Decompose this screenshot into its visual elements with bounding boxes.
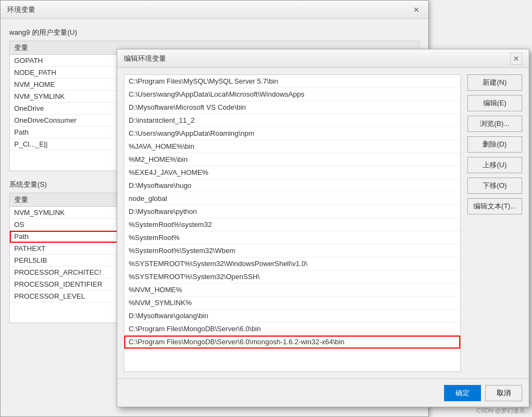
list-item[interactable]: D:\Mysoftware\hugo	[124, 179, 460, 192]
outer-dialog-titlebar: 环境变量 ✕	[1, 1, 428, 19]
move-down-button[interactable]: 下移(O)	[467, 178, 522, 194]
edit-button[interactable]: 编辑(E)	[467, 95, 522, 111]
outer-close-button[interactable]: ✕	[411, 4, 422, 15]
list-item[interactable]: C:\Program Files\MySQL\MySQL Server 5.7\…	[124, 75, 460, 88]
list-item[interactable]: %SYSTEMROOT%\System32\OpenSSH\	[124, 270, 460, 283]
inner-dialog-title-text: 编辑环境变量	[124, 54, 166, 64]
user-vars-label: wang9 的用户变量(U)	[9, 28, 420, 37]
path-list: C:\Program Files\MySQL\MySQL Server 5.7\…	[124, 75, 460, 349]
confirm-button[interactable]: 确定	[444, 385, 481, 401]
inner-dialog-body: C:\Program Files\MySQL\MySQL Server 5.7\…	[117, 68, 529, 378]
list-item[interactable]: %NVM_HOME%	[124, 283, 460, 296]
cancel-button[interactable]: 取消	[485, 385, 522, 401]
browse-button[interactable]: 浏览(B)...	[467, 116, 522, 132]
list-item[interactable]: %SystemRoot%\system32	[124, 218, 460, 231]
list-item[interactable]: node_global	[124, 192, 460, 205]
path-list-container[interactable]: C:\Program Files\MySQL\MySQL Server 5.7\…	[124, 74, 461, 372]
list-item[interactable]: %JAVA_HOME%\bin	[124, 140, 460, 153]
inner-close-button[interactable]: ✕	[510, 53, 522, 65]
delete-button[interactable]: 删除(D)	[467, 136, 522, 153]
new-button[interactable]: 新建(N)	[467, 74, 522, 91]
inner-dialog-buttons: 新建(N) 编辑(E) 浏览(B)... 删除(D) 上移(U) 下移(O) 编…	[467, 74, 522, 372]
watermark: CSDN @梦幻通灵...	[476, 407, 530, 415]
inner-dialog-titlebar: 编辑环境变量 ✕	[117, 49, 529, 68]
list-item[interactable]: C:\Users\wang9\AppData\Roaming\npm	[124, 127, 460, 140]
list-item[interactable]: %EXE4J_JAVA_HOME%	[124, 166, 460, 179]
list-item[interactable]: %M2_HOME%\bin	[124, 153, 460, 166]
list-item[interactable]: D:\instantclient_11_2	[124, 114, 460, 127]
list-item[interactable]: C:\Program Files\MongoDB\Server\6.0\mong…	[124, 336, 460, 349]
outer-dialog-title-text: 环境变量	[7, 5, 35, 15]
list-item[interactable]: C:\Program Files\MongoDB\Server\6.0\bin	[124, 323, 460, 336]
inner-dialog-footer: 确定 取消	[117, 378, 529, 407]
edit-text-button[interactable]: 编辑文本(T)...	[467, 198, 522, 214]
list-item[interactable]: C:\Users\wang9\AppData\Local\Microsoft\W…	[124, 88, 460, 101]
list-item[interactable]: %SYSTEMROOT%\System32\WindowsPowerShell\…	[124, 257, 460, 270]
move-up-button[interactable]: 上移(U)	[467, 157, 522, 173]
list-item[interactable]: D:\Mysoftware\Microsoft VS Code\bin	[124, 101, 460, 114]
list-item[interactable]: %SystemRoot%	[124, 231, 460, 244]
list-item[interactable]: %SystemRoot%\System32\Wbem	[124, 244, 460, 257]
list-item[interactable]: %NVM_SYMLINK%	[124, 296, 460, 309]
list-item[interactable]: D:\Mysoftware\python	[124, 205, 460, 218]
inner-edit-dialog: 编辑环境变量 ✕ C:\Program Files\MySQL\MySQL Se…	[117, 49, 529, 407]
list-item[interactable]: D:\Mysoftware\golang\bin	[124, 309, 460, 323]
